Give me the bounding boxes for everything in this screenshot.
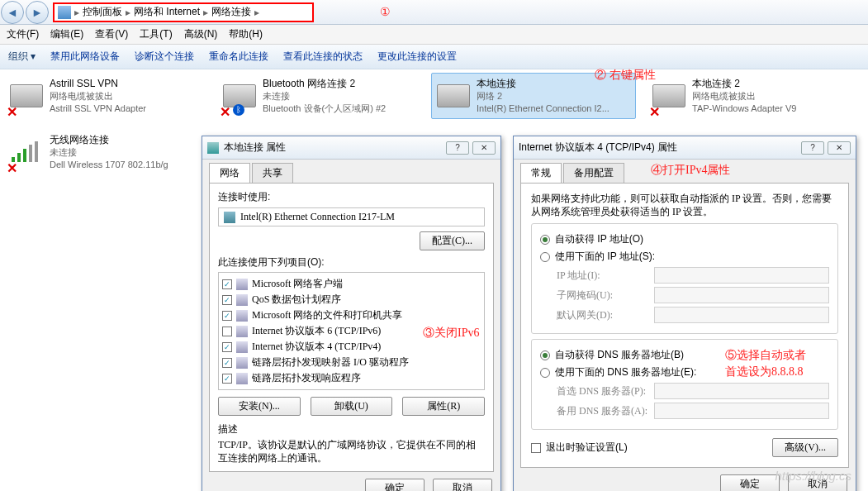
checkbox-icon[interactable]: ✓ xyxy=(222,295,232,305)
gateway-input[interactable] xyxy=(654,307,829,323)
ip-label: IP 地址(I): xyxy=(557,269,647,283)
tb-status[interactable]: 查看此连接的状态 xyxy=(283,50,363,64)
menu-view[interactable]: 查看(V) xyxy=(95,27,128,41)
checkbox-icon[interactable]: ✓ xyxy=(222,342,232,352)
breadcrumb-item[interactable]: 控制面板 xyxy=(83,5,122,19)
configure-button[interactable]: 配置(C)... xyxy=(420,231,485,250)
forward-button[interactable]: ► xyxy=(26,1,49,24)
conn-wifi[interactable]: ✕ 无线网络连接 未连接 Dell Wireless 1707 802.11b/… xyxy=(5,129,210,175)
cancel-button[interactable]: 取消 xyxy=(433,479,492,491)
conn-adapter: Bluetooth 设备(个人区域网) #2 xyxy=(263,102,386,115)
back-button[interactable]: ◄ xyxy=(1,1,24,24)
tb-rename[interactable]: 重命名此连接 xyxy=(209,50,268,64)
annotation-4: ④打开IPv4属性 xyxy=(651,163,730,183)
conn-name: 无线网络连接 xyxy=(50,134,168,146)
uninstall-button[interactable]: 卸载(U) xyxy=(311,397,393,416)
radio-icon xyxy=(540,252,550,262)
ipv4-properties-dialog: Internet 协议版本 4 (TCP/IPv4) 属性 ?✕ 常规 备用配置… xyxy=(513,136,856,491)
tb-organize[interactable]: 组织 ▾ xyxy=(8,50,36,64)
dns2-input[interactable] xyxy=(654,403,829,419)
annotation-1: ① xyxy=(380,5,391,19)
component-item[interactable]: ✓Microsoft 网络客户端 xyxy=(222,276,481,292)
advanced-button[interactable]: 高级(V)... xyxy=(772,438,838,457)
conn-name: 本地连接 xyxy=(477,78,609,90)
checkbox-icon[interactable]: ✓ xyxy=(222,279,232,289)
annotation-2: ② 右键属性 xyxy=(595,68,656,83)
tab-sharing[interactable]: 共享 xyxy=(252,163,293,183)
conn-astrill[interactable]: ✕ Astrill SSL VPN 网络电缆被拔出 Astrill SSL VP… xyxy=(5,73,210,119)
conn-status: 网络电缆被拔出 xyxy=(692,90,796,102)
menu-file[interactable]: 文件(F) xyxy=(7,27,39,41)
checkbox-icon[interactable]: ✓ xyxy=(222,374,232,384)
help-button[interactable]: ? xyxy=(801,141,824,155)
chevron-right-icon: ▸ xyxy=(73,7,81,18)
checkbox-icon[interactable] xyxy=(222,327,232,336)
menu-edit[interactable]: 编辑(E) xyxy=(50,27,83,41)
breadcrumb-item[interactable]: 网络连接 xyxy=(211,5,251,19)
tab-panel: 如果网络支持此功能，则可以获取自动指派的 IP 设置。否则，您需要从网络系统管理… xyxy=(520,183,849,468)
breadcrumb-item[interactable]: 网络和 Internet xyxy=(134,5,200,19)
items-label: 此连接使用下列项目(O): xyxy=(218,255,485,269)
close-button[interactable]: ✕ xyxy=(828,141,851,155)
checkbox-icon[interactable]: ✓ xyxy=(222,311,232,321)
tb-diagnose[interactable]: 诊断这个连接 xyxy=(135,50,194,64)
close-button[interactable]: ✕ xyxy=(472,141,496,155)
dialog-titlebar[interactable]: 本地连接 属性 ?✕ xyxy=(202,136,500,160)
component-label: Microsoft 网络客户端 xyxy=(252,277,343,291)
ok-button[interactable]: 确定 xyxy=(720,474,780,491)
conn-bluetooth[interactable]: ✕ᛒ Bluetooth 网络连接 2 未连接 Bluetooth 设备(个人区… xyxy=(218,73,423,119)
radio-icon xyxy=(540,368,550,378)
bluetooth-icon: ᛒ xyxy=(233,104,244,116)
network-adapter-icon xyxy=(435,78,472,114)
checkbox-icon[interactable]: ✓ xyxy=(222,358,232,368)
tab-general[interactable]: 常规 xyxy=(520,163,562,183)
toolbar: 组织 ▾ 禁用此网络设备 诊断这个连接 重命名此连接 查看此连接的状态 更改此连… xyxy=(0,45,868,69)
dialog-titlebar[interactable]: Internet 协议版本 4 (TCP/IPv4) 属性 ?✕ xyxy=(514,136,856,160)
tab-network[interactable]: 网络 xyxy=(209,163,250,183)
menu-help[interactable]: 帮助(H) xyxy=(229,27,263,41)
component-icon xyxy=(236,326,248,337)
conn-adapter: TAP-Windows Adapter V9 xyxy=(692,102,796,115)
conn-local2[interactable]: ✕ 本地连接 2 网络电缆被拔出 TAP-Windows Adapter V9 xyxy=(647,73,852,119)
component-item[interactable]: ✓链路层拓扑发现响应程序 xyxy=(222,370,481,386)
error-x-icon: ✕ xyxy=(7,160,18,172)
dns1-input[interactable] xyxy=(654,383,829,399)
tb-settings[interactable]: 更改此连接的设置 xyxy=(377,50,457,64)
annotation-3: ③关闭IPv6 xyxy=(423,326,479,341)
control-panel-icon xyxy=(58,6,71,19)
breadcrumb[interactable]: ▸ 控制面板 ▸ 网络和 Internet ▸ 网络连接 ▸ xyxy=(53,2,314,22)
description-label: 描述 xyxy=(218,422,485,436)
gateway-label: 默认网关(D): xyxy=(557,308,647,322)
properties-button[interactable]: 属性(R) xyxy=(402,397,485,416)
tab-alternate[interactable]: 备用配置 xyxy=(563,163,624,183)
validate-checkbox[interactable]: 退出时验证设置(L) xyxy=(531,439,628,456)
menu-advanced[interactable]: 高级(N) xyxy=(184,27,218,41)
help-button[interactable]: ? xyxy=(446,141,469,155)
svg-rect-4 xyxy=(35,141,38,162)
network-adapter-icon: ✕ xyxy=(651,78,687,114)
component-item[interactable]: ✓Microsoft 网络的文件和打印机共享 xyxy=(222,307,481,323)
radio-icon xyxy=(540,235,550,245)
mask-input[interactable] xyxy=(654,287,829,303)
menu-tools[interactable]: 工具(T) xyxy=(140,27,172,41)
ok-button[interactable]: 确定 xyxy=(365,479,425,491)
radio-auto-ip[interactable]: 自动获得 IP 地址(O) xyxy=(540,231,829,248)
component-icon xyxy=(236,373,248,384)
radio-manual-ip[interactable]: 使用下面的 IP 地址(S): xyxy=(540,248,829,265)
component-icon xyxy=(236,357,248,369)
install-button[interactable]: 安装(N)... xyxy=(218,397,301,416)
chevron-right-icon: ▸ xyxy=(253,7,261,18)
address-bar: ◄ ► ▸ 控制面板 ▸ 网络和 Internet ▸ 网络连接 ▸ ① xyxy=(0,0,868,25)
error-x-icon: ✕ xyxy=(649,104,661,116)
component-icon xyxy=(236,279,248,290)
network-icon xyxy=(207,142,219,154)
component-item[interactable]: ✓链路层拓扑发现映射器 I/O 驱动程序 xyxy=(222,355,481,370)
ip-input[interactable] xyxy=(654,267,829,284)
component-item[interactable]: ✓Internet 协议版本 4 (TCP/IPv4) xyxy=(222,339,481,355)
conn-status: 网络电缆被拔出 xyxy=(50,90,146,102)
tb-disable[interactable]: 禁用此网络设备 xyxy=(50,50,120,64)
component-icon xyxy=(236,294,248,306)
component-item[interactable]: ✓QoS 数据包计划程序 xyxy=(222,292,481,307)
component-label: 链路层拓扑发现响应程序 xyxy=(252,371,361,385)
connect-using-label: 连接时使用: xyxy=(218,190,485,204)
